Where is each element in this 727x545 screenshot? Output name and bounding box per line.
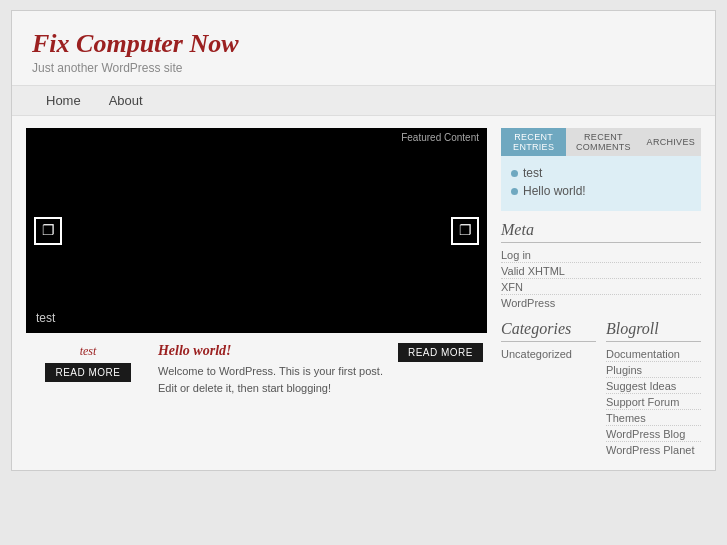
entry-link-2[interactable]: Hello world! [523,184,586,198]
blogroll-link-0[interactable]: Documentation [606,347,701,362]
categories-title: Categories [501,320,596,342]
meta-link-xfn[interactable]: XFN [501,280,701,295]
blogroll-link-4[interactable]: Themes [606,411,701,426]
post-title-2[interactable]: Hello world! [158,343,390,359]
slide-next-button[interactable]: ❐ [451,217,479,245]
site-title[interactable]: Fix Computer Now [32,29,695,59]
tab-entry-1: test [511,164,691,182]
slide-caption: test [36,311,55,325]
nav-home[interactable]: Home [32,86,95,115]
site-tagline: Just another WordPress site [32,61,695,75]
meta-link-login[interactable]: Log in [501,248,701,263]
blogroll-title: Blogroll [606,320,701,342]
post-item-3: READ MORE [394,343,487,362]
meta-link-wordpress[interactable]: WordPress [501,296,701,310]
sidebar-blogroll: Blogroll Documentation Plugins Suggest I… [606,320,701,458]
meta-link-xhtml[interactable]: Valid XHTML [501,264,701,279]
slide-prev-button[interactable]: ❐ [34,217,62,245]
blogroll-link-3[interactable]: Support Forum [606,395,701,410]
main-content: Featured Content ❐ ❐ test test READ MORE [12,116,715,470]
tab-content: test Hello world! [501,156,701,211]
nav-about[interactable]: About [95,86,157,115]
site-nav: Home About [12,85,715,116]
blogroll-link-1[interactable]: Plugins [606,363,701,378]
tab-recent-comments[interactable]: RECENT COMMENTS [566,128,640,156]
content-area: Featured Content ❐ ❐ test test READ MORE [26,128,487,458]
entry-link-1[interactable]: test [523,166,542,180]
tabs-container: RECENT ENTRIES RECENT COMMENTS ARCHIVES [501,128,701,156]
posts-row: test READ MORE Hello world! Welcome to W… [26,343,487,396]
read-more-button-2[interactable]: READ MORE [398,343,483,362]
tab-archives[interactable]: ARCHIVES [641,128,701,156]
site-header: Fix Computer Now Just another WordPress … [12,11,715,85]
tab-entry-2: Hello world! [511,182,691,200]
sidebar-two-col: Categories Uncategorized Blogroll Docume… [501,320,701,458]
blogroll-link-2[interactable]: Suggest Ideas [606,379,701,394]
read-more-button-1[interactable]: READ MORE [45,363,130,382]
blogroll-link-5[interactable]: WordPress Blog [606,427,701,442]
sidebar-categories: Categories Uncategorized [501,320,596,458]
category-uncategorized[interactable]: Uncategorized [501,347,596,361]
post-item-1: test READ MORE [26,343,150,382]
post-item-2: Hello world! Welcome to WordPress. This … [150,343,394,396]
sidebar-meta: Meta Log in Valid XHTML XFN WordPress [501,221,701,310]
entry-dot-1 [511,170,518,177]
tab-recent-entries[interactable]: RECENT ENTRIES [501,128,566,156]
sidebar: RECENT ENTRIES RECENT COMMENTS ARCHIVES … [501,128,701,458]
blogroll-link-6[interactable]: WordPress Planet [606,443,701,457]
post-title-1[interactable]: test [80,344,97,358]
post-excerpt-2: Welcome to WordPress. This is your first… [158,363,390,396]
entry-dot-2 [511,188,518,195]
sidebar-meta-title: Meta [501,221,701,243]
featured-label: Featured Content [401,132,479,143]
featured-slideshow: Featured Content ❐ ❐ test [26,128,487,333]
